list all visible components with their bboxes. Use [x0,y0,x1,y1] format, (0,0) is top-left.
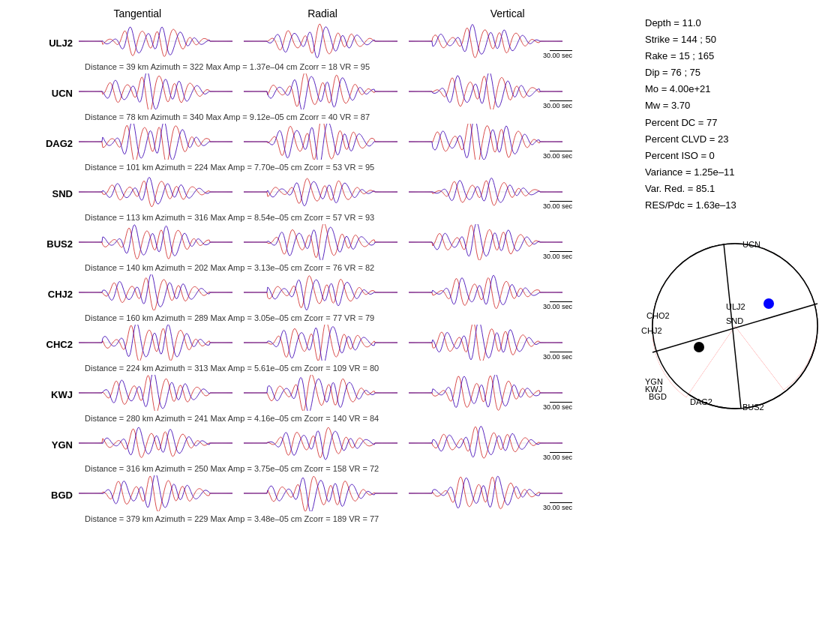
trace-chj2-radial [244,274,409,313]
stat-variance: Variance = 1.25e–11 [645,164,832,181]
bb-label-bgd: BGD [649,392,667,401]
station-info-chj2: Distance = 160 km Azimuth = 289 Max Amp … [79,313,630,322]
trace-snd-tangential [79,174,244,213]
trace-chc2-tangential [79,325,244,364]
bb-label-bus2: BUS2 [742,403,764,412]
stat-rake: Rake = 15 ; 165 [645,48,832,64]
station-info-kwj: Distance = 280 km Azimuth = 241 Max Amp … [79,414,630,423]
trace-dag2-tangential [79,124,244,163]
station-info-snd: Distance = 113 km Azimuth = 316 Max Amp … [79,213,630,222]
station-label-bus2: BUS2 [45,238,79,250]
station-info-ulj2: Distance = 39 km Azimuth = 322 Max Amp =… [79,62,630,71]
station-info-chc2: Distance = 224 km Azimuth = 313 Max Amp … [79,364,630,373]
trace-bus2-vertical: 30.00 sec [409,224,574,263]
svg-point-5 [694,342,704,352]
stat-dip: Dip = 76 ; 75 [645,64,832,81]
station-block-bgd: BGD30.00 secDistance = 379 km Azimuth = … [45,475,630,523]
trace-kwj-tangential [79,375,244,414]
trace-ucn-vertical: 30.00 sec [409,73,574,112]
scalebar-snd: 30.00 sec [543,201,572,210]
trace-kwj-vertical: 30.00 sec [409,375,574,414]
bb-label-ulj2: ULJ2 [726,302,746,311]
vertical-header: Vertical [425,7,590,19]
trace-chc2-radial [244,325,409,364]
beachball-diagram: UCN ULJ2 SND CHO2 CHJ2 YGN KWJ BGD DAG2 … [645,236,825,416]
station-block-ygn: YGN30.00 secDistance = 316 km Azimuth = … [45,425,630,473]
trace-chj2-vertical: 30.00 sec [409,274,574,313]
trace-dag2-radial [244,124,409,163]
stat-mw: Mw = 3.70 [645,97,832,114]
trace-ulj2-vertical: 30.00 sec [409,23,574,62]
station-label-chc2: CHC2 [45,339,79,350]
stat-strike: Strike = 144 ; 50 [645,31,832,48]
bb-label-chj2: CHJ2 [641,326,662,335]
stat-res-pdc: RES/Pdc = 1.63e–13 [645,197,832,214]
svg-point-4 [764,298,774,309]
station-label-snd: SND [45,188,79,199]
station-label-ulj2: ULJ2 [45,37,79,49]
station-label-dag2: DAG2 [45,138,79,149]
scalebar-chj2: 30.00 sec [543,301,572,310]
trace-chc2-vertical: 30.00 sec [409,325,574,364]
stat-percent-dc: Percent DC = 77 [645,115,832,131]
station-info-dag2: Distance = 101 km Azimuth = 224 Max Amp … [79,163,630,172]
trace-dag2-vertical: 30.00 sec [409,124,574,163]
trace-ulj2-tangential [79,23,244,62]
scalebar-dag2: 30.00 sec [543,151,572,160]
station-label-chj2: CHJ2 [45,289,79,300]
trace-ygn-vertical: 30.00 sec [409,425,574,464]
scalebar-chc2: 30.00 sec [543,352,572,361]
trace-bus2-tangential [79,224,244,263]
station-label-ucn: UCN [45,88,79,99]
trace-ucn-radial [244,73,409,112]
trace-ygn-tangential [79,425,244,464]
bb-label-dag2: DAG2 [690,397,712,406]
scalebar-ulj2: 30.00 sec [543,50,572,59]
station-info-bgd: Distance = 379 km Azimuth = 229 Max Amp … [79,514,630,523]
station-block-dag2: DAG230.00 secDistance = 101 km Azimuth =… [45,124,630,172]
bb-label-snd: SND [726,316,743,325]
tangential-header: Tangential [55,7,220,19]
station-info-ucn: Distance = 78 km Azimuth = 340 Max Amp =… [79,112,630,121]
bb-label-cho2: CHO2 [646,311,670,320]
scalebar-bus2: 30.00 sec [543,251,572,260]
scalebar-ygn: 30.00 sec [543,452,572,461]
trace-bus2-radial [244,224,409,263]
trace-bgd-tangential [79,475,244,514]
trace-snd-radial [244,174,409,213]
scalebar-ucn: 30.00 sec [543,100,572,109]
stat-depth: Depth = 11.0 [645,15,832,31]
station-block-kwj: KWJ30.00 secDistance = 280 km Azimuth = … [45,375,630,423]
trace-kwj-radial [244,375,409,414]
trace-ygn-radial [244,425,409,464]
trace-snd-vertical: 30.00 sec [409,174,574,213]
station-block-ulj2: ULJ230.00 secDistance = 39 km Azimuth = … [45,23,630,71]
station-block-snd: SND30.00 secDistance = 113 km Azimuth = … [45,174,630,222]
bb-label-ucn: UCN [742,240,760,249]
station-block-chc2: CHC230.00 secDistance = 224 km Azimuth =… [45,325,630,373]
stat-var-red: Var. Red. = 85.1 [645,181,832,197]
station-info-ygn: Distance = 316 km Azimuth = 250 Max Amp … [79,464,630,473]
stat-mo: Mo = 4.00e+21 [645,81,832,97]
station-info-bus2: Distance = 140 km Azimuth = 202 Max Amp … [79,263,630,272]
scalebar-bgd: 30.00 sec [543,502,572,511]
station-label-ygn: YGN [45,439,79,451]
station-label-bgd: BGD [45,490,79,501]
trace-ulj2-radial [244,23,409,62]
trace-ucn-tangential [79,73,244,112]
station-block-ucn: UCN30.00 secDistance = 78 km Azimuth = 3… [45,73,630,121]
stats-panel: Depth = 11.0 Strike = 144 ; 50 Rake = 15… [645,15,832,214]
stat-percent-iso: Percent ISO = 0 [645,148,832,164]
station-block-chj2: CHJ230.00 secDistance = 160 km Azimuth =… [45,274,630,322]
station-block-bus2: BUS230.00 secDistance = 140 km Azimuth =… [45,224,630,272]
stat-percent-clvd: Percent CLVD = 23 [645,131,832,148]
trace-chj2-tangential [79,274,244,313]
radial-header: Radial [240,7,405,19]
trace-bgd-radial [244,475,409,514]
trace-bgd-vertical: 30.00 sec [409,475,574,514]
station-label-kwj: KWJ [45,389,79,400]
scalebar-kwj: 30.00 sec [543,402,572,411]
